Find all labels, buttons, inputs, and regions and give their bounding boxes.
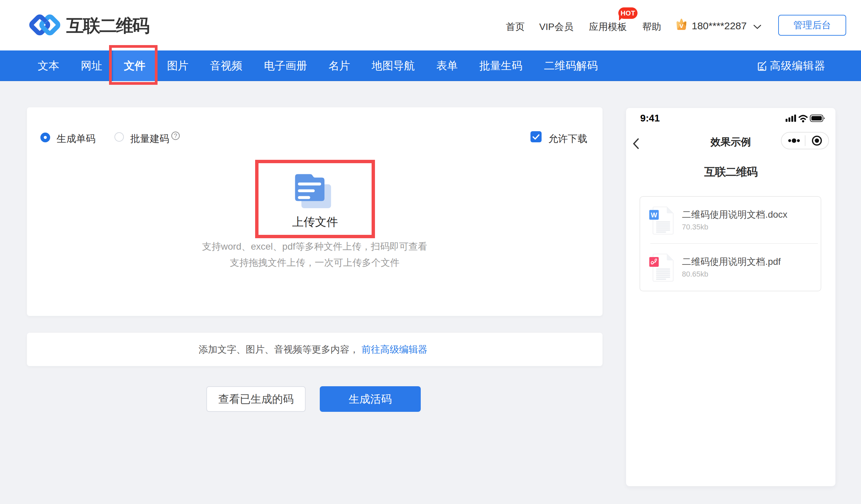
svg-text:v: v: [680, 22, 684, 29]
svg-text:W: W: [651, 211, 657, 219]
